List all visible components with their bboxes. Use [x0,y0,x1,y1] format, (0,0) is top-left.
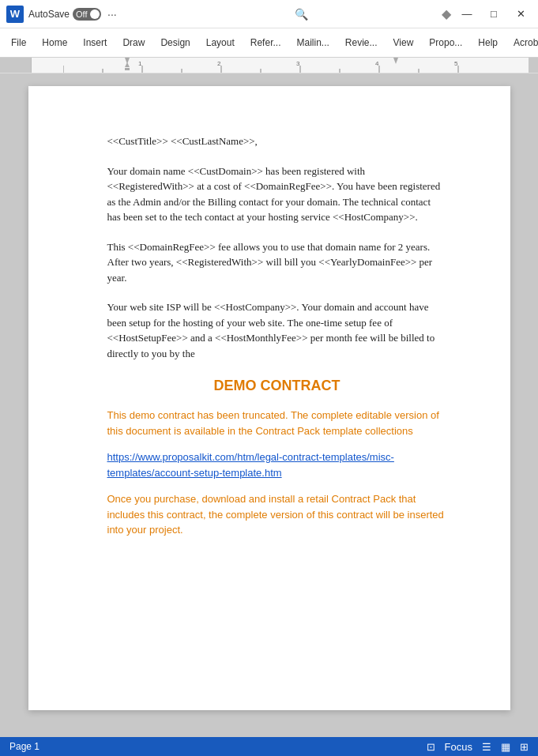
svg-text:1: 1 [138,60,142,67]
paragraph-3: This <<DomainRegFee>> fee allows you to … [107,239,447,286]
maximize-button[interactable]: □ [483,3,505,25]
tab-acrobat[interactable]: Acrob... [506,28,538,57]
search-icon: 🔍 [295,8,308,21]
ruler: 1 2 3 4 5 [0,58,538,73]
ruler-marks-svg: 1 2 3 4 5 [63,58,529,73]
svg-marker-17 [125,62,130,67]
tab-layout[interactable]: Layout [198,28,243,57]
autosave-area: AutoSave Off [28,8,101,21]
svg-text:2: 2 [217,60,221,67]
paragraph-1: <<CustTitle>> <<CustLastName>>, [107,134,447,149]
view-icon-3[interactable]: ▦ [501,741,510,753]
tab-help[interactable]: Help [470,28,506,57]
focus-icon[interactable]: Focus [445,741,472,753]
diamond-icon: ◆ [442,6,451,21]
ruler-left-margin [0,58,32,73]
svg-marker-19 [393,58,398,64]
status-icons-area: ⊡ Focus ☰ ▦ ⊞ [427,741,529,753]
window-controls: ◆ — □ ✕ [442,3,532,25]
tab-home[interactable]: Home [34,28,75,57]
paragraph-4: Your web site ISP will be <<HostCompany>… [107,299,447,361]
tab-references[interactable]: Refer... [243,28,289,57]
tab-mailings[interactable]: Mailin... [288,28,337,57]
tab-review[interactable]: Revie... [337,28,386,57]
more-options-button[interactable]: ··· [107,8,117,21]
minimize-button[interactable]: — [456,3,478,25]
ruler-right-edge [529,58,538,73]
ruler-inner: 1 2 3 4 5 [63,58,529,73]
paragraph-2-text: Your domain name <<CustDomain>> has been… [107,165,441,224]
paragraph-4-text: Your web site ISP will be <<HostCompany>… [107,301,435,359]
status-bar: Page 1 ⊡ Focus ☰ ▦ ⊞ [0,737,538,756]
svg-text:5: 5 [454,60,458,67]
search-area[interactable]: 🔍 [295,8,437,21]
autosave-toggle[interactable]: Off [73,8,101,21]
view-icon-4[interactable]: ⊞ [520,741,529,753]
demo-contract-link[interactable]: https://www.proposalkit.com/htm/legal-co… [107,449,447,480]
tab-propose[interactable]: Propo... [421,28,470,57]
toggle-state-label: Off [76,9,87,19]
paragraph-2: Your domain name <<CustDomain>> has been… [107,164,447,225]
svg-text:4: 4 [375,60,379,67]
view-icon-2[interactable]: ☰ [482,741,491,753]
tab-draw[interactable]: Draw [115,28,152,57]
tab-design[interactable]: Design [152,28,198,57]
tab-view[interactable]: View [386,28,422,57]
toggle-knob [90,9,100,19]
tab-file[interactable]: File [3,28,34,57]
paragraph-1-text: <<CustTitle>> <<CustLastName>>, [107,135,258,147]
demo-contract-subtitle: This demo contract has been truncated. T… [107,408,447,438]
demo-contract-outro: Once you purchase, download and install … [107,491,447,538]
ribbon-tabs: File Home Insert Draw Design Layout Refe… [0,28,538,57]
ribbon: File Home Insert Draw Design Layout Refe… [0,28,538,58]
tab-insert[interactable]: Insert [75,28,115,57]
page-label: Page 1 [9,741,40,752]
page-number: Page 1 [9,741,40,752]
close-button[interactable]: ✕ [510,3,532,25]
svg-rect-18 [125,68,130,70]
view-icon-1[interactable]: ⊡ [427,741,435,753]
paragraph-3-text: This <<DomainRegFee>> fee allows you to … [107,241,433,284]
word-icon: W [6,6,24,23]
autosave-label: AutoSave [28,9,70,20]
svg-text:3: 3 [296,60,300,67]
demo-contract-title: DEMO CONTRACT [107,375,447,397]
document-page[interactable]: <<CustTitle>> <<CustLastName>>, Your dom… [28,86,510,710]
title-bar: W AutoSave Off ··· 🔍 ◆ — □ ✕ [0,0,538,28]
document-area: <<CustTitle>> <<CustLastName>>, Your dom… [0,73,538,737]
